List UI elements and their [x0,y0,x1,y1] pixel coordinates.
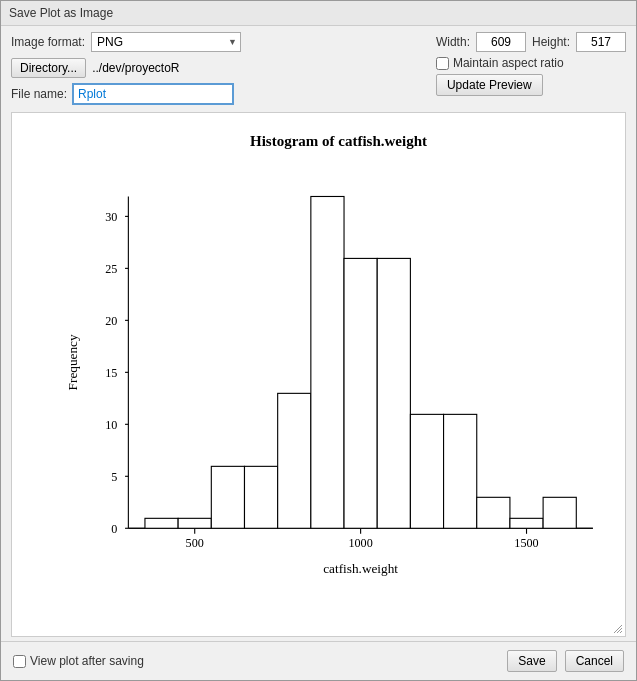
svg-text:25: 25 [105,262,117,276]
height-label: Height: [532,35,570,49]
bar-7 [344,258,377,528]
height-input[interactable] [576,32,626,52]
histogram-svg: 0 5 10 15 20 25 30 Frequency [62,158,615,611]
svg-text:15: 15 [105,366,117,380]
width-input[interactable] [476,32,526,52]
top-section: Image format: PNG JPEG BMP TIFF SVG Dire… [1,26,636,108]
view-after-saving-row: View plot after saving [13,654,144,668]
svg-text:0: 0 [111,522,117,536]
svg-text:5: 5 [111,470,117,484]
bar-6 [311,196,344,528]
svg-text:30: 30 [105,210,117,224]
save-button[interactable]: Save [507,650,556,672]
right-col: Width: Height: Maintain aspect ratio Upd… [436,32,626,104]
filename-label: File name: [11,87,67,101]
cancel-button[interactable]: Cancel [565,650,624,672]
bar-10 [444,414,477,528]
bar-1 [145,518,178,528]
window-title: Save Plot as Image [9,6,113,20]
bar-5 [278,393,311,528]
filename-row: File name: [11,84,426,104]
footer: View plot after saving Save Cancel [1,641,636,680]
view-after-saving-checkbox[interactable] [13,655,26,668]
main-window: Save Plot as Image Image format: PNG JPE… [0,0,637,681]
svg-line-28 [620,631,622,633]
bar-13 [543,497,576,528]
dimensions-row: Width: Height: [436,32,626,52]
bar-12 [510,518,543,528]
directory-value: ../dev/proyectoR [92,61,179,75]
format-select[interactable]: PNG JPEG BMP TIFF SVG [91,32,241,52]
bar-11 [477,497,510,528]
bar-3 [211,466,244,528]
format-label: Image format: [11,35,85,49]
bar-8 [377,258,410,528]
directory-button[interactable]: Directory... [11,58,86,78]
svg-text:Frequency: Frequency [65,334,80,390]
format-select-wrapper: PNG JPEG BMP TIFF SVG [91,32,241,52]
svg-text:1000: 1000 [348,536,372,550]
width-label: Width: [436,35,470,49]
left-col: Image format: PNG JPEG BMP TIFF SVG Dire… [11,32,426,104]
aspect-ratio-checkbox[interactable] [436,57,449,70]
chart-title: Histogram of catfish.weight [62,133,615,150]
update-preview-button[interactable]: Update Preview [436,74,543,96]
view-after-saving-label: View plot after saving [30,654,144,668]
format-row: Image format: PNG JPEG BMP TIFF SVG [11,32,426,52]
resize-icon [611,622,623,634]
directory-row: Directory... ../dev/proyectoR [11,58,426,78]
svg-text:20: 20 [105,314,117,328]
svg-text:500: 500 [186,536,204,550]
filename-input[interactable] [73,84,233,104]
svg-text:1500: 1500 [514,536,538,550]
svg-text:10: 10 [105,418,117,432]
title-bar: Save Plot as Image [1,1,636,26]
aspect-ratio-row: Maintain aspect ratio [436,56,564,70]
footer-buttons: Save Cancel [507,650,624,672]
histogram-container: Histogram of catfish.weight 0 5 10 15 20 [12,113,625,636]
bar-2 [178,518,211,528]
plot-area: Histogram of catfish.weight 0 5 10 15 20 [11,112,626,637]
bar-9 [410,414,443,528]
bar-4 [244,466,277,528]
resize-handle[interactable] [611,622,623,634]
svg-text:catfish.weight: catfish.weight [323,561,398,576]
aspect-ratio-label: Maintain aspect ratio [453,56,564,70]
